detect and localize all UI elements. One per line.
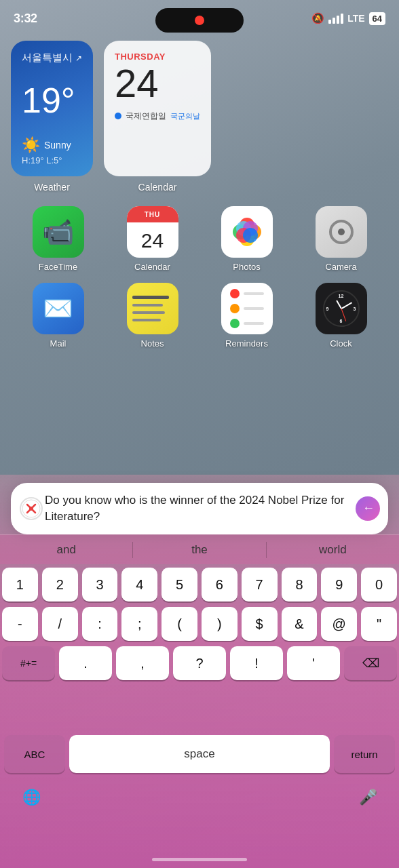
key-1[interactable]: 1 [2, 568, 38, 601]
key-at[interactable]: @ [321, 607, 357, 641]
weather-widget-container: 서울특별시 ↗ 19° ☀️ Sunny H:19° L:5° Weather [11, 41, 93, 193]
camera-icon [316, 206, 367, 258]
symbol-row-2: #+= . , ? ! ' ⌫ [0, 644, 399, 682]
cal-day-name: THURSDAY [115, 52, 200, 62]
key-minus[interactable]: - [2, 607, 38, 641]
key-openparen[interactable]: ( [162, 607, 197, 641]
key-comma[interactable]: , [116, 646, 169, 680]
svg-point-7 [243, 228, 258, 243]
key-9[interactable]: 9 [321, 568, 357, 601]
key-5[interactable]: 5 [162, 568, 197, 601]
key-closeparen[interactable]: ) [202, 607, 238, 641]
mail-icon: ✉️ [33, 283, 84, 334]
key-4[interactable]: 4 [121, 568, 157, 601]
reminders-icon [221, 283, 273, 334]
globe-mic-row: 🌐 🎤 [0, 778, 399, 816]
app-row-1: 📹 FaceTime THU 24 Calendar [11, 206, 388, 272]
cal-date: 24 [115, 62, 200, 105]
key-period[interactable]: . [59, 646, 112, 680]
lte-label: LTE [347, 13, 364, 24]
space-row: ABC space return [0, 735, 399, 773]
calendar-widget-container: THURSDAY 24 국제연합일 국군의날 Calendar [104, 41, 211, 193]
status-time: 3:32 [14, 12, 37, 26]
app-label-calendar: Calendar [134, 262, 170, 272]
weather-condition: Sunny [44, 140, 71, 151]
app-label-clock: Clock [330, 338, 352, 349]
app-item-mail[interactable]: ✉️ Mail [21, 283, 96, 349]
app-item-facetime[interactable]: 📹 FaceTime [21, 206, 96, 272]
predictive-word-1[interactable]: and [0, 543, 132, 557]
input-box: Do you know who is the winner of the 202… [11, 483, 388, 534]
symbol-row-1: - / : ; ( ) $ & @ " [0, 605, 399, 643]
app-label-facetime: FaceTime [39, 262, 77, 272]
weather-arrow: ↗ [75, 54, 82, 63]
key-3[interactable]: 3 [82, 568, 118, 601]
key-2[interactable]: 2 [42, 568, 78, 601]
status-bar: 3:32 🔕 LTE 64 [0, 0, 399, 37]
signal-bars [328, 14, 343, 24]
key-apostrophe[interactable]: ' [287, 646, 340, 680]
notes-icon [127, 283, 178, 334]
ai-icon-svg [22, 499, 41, 518]
key-space[interactable]: space [69, 735, 330, 773]
key-7[interactable]: 7 [242, 568, 278, 601]
app-item-notes[interactable]: Notes [115, 283, 190, 349]
app-item-calendar[interactable]: THU 24 Calendar [115, 206, 190, 272]
predictive-bar: and the world [0, 534, 399, 564]
key-6[interactable]: 6 [202, 568, 238, 601]
key-hashtag[interactable]: #+= [2, 646, 55, 680]
calendar-widget[interactable]: THURSDAY 24 국제연합일 국군의날 [104, 41, 211, 176]
key-colon[interactable]: : [82, 607, 118, 641]
app-item-reminders[interactable]: Reminders [210, 283, 284, 349]
predictive-word-3[interactable]: world [267, 543, 399, 557]
copilot-icon-container [19, 496, 43, 521]
cal-icon-number: 24 [141, 229, 164, 252]
weather-city: 서울특별시 [22, 52, 73, 64]
weather-label: Weather [11, 182, 93, 193]
app-label-notes: Notes [141, 338, 164, 349]
battery-indicator: 64 [369, 12, 385, 25]
weather-range: H:19° L:5° [22, 155, 82, 165]
mic-icon[interactable]: 🎤 [350, 783, 385, 812]
globe-icon[interactable]: 🌐 [14, 783, 49, 812]
app-row-2: ✉️ Mail Notes [11, 283, 388, 349]
sun-icon: ☀️ [22, 136, 40, 154]
weather-temp: 19° [22, 83, 82, 118]
calendar-label: Calendar [104, 182, 211, 193]
svg-point-9 [29, 507, 33, 511]
weather-icon-row: ☀️ Sunny [22, 136, 82, 154]
key-dollar[interactable]: $ [242, 607, 278, 641]
key-return[interactable]: return [334, 735, 395, 773]
home-indicator [152, 858, 247, 861]
key-slash[interactable]: / [42, 607, 78, 641]
copilot-icon [20, 497, 43, 520]
bell-icon: 🔕 [311, 12, 324, 24]
app-item-clock[interactable]: 12 3 6 9 Clock [304, 283, 379, 349]
weather-widget[interactable]: 서울특별시 ↗ 19° ☀️ Sunny H:19° L:5° [11, 41, 93, 176]
key-quote[interactable]: " [361, 607, 397, 641]
key-semicolon[interactable]: ; [121, 607, 157, 641]
photos-svg [229, 214, 265, 250]
send-button[interactable]: ↑ [356, 496, 380, 521]
key-ampersand[interactable]: & [282, 607, 318, 641]
home-content: 서울특별시 ↗ 19° ☀️ Sunny H:19° L:5° Weather … [0, 41, 399, 355]
app-item-photos[interactable]: Photos [210, 206, 284, 272]
status-icons: 🔕 LTE 64 [311, 12, 385, 25]
predictive-word-2[interactable]: the [133, 543, 265, 557]
cal-event-dot [115, 113, 121, 119]
key-0[interactable]: 0 [361, 568, 397, 601]
key-8[interactable]: 8 [282, 568, 318, 601]
send-arrow-icon: ↑ [361, 505, 375, 511]
cal-event-row: 국제연합일 국군의날 [115, 111, 200, 122]
app-item-camera[interactable]: Camera [304, 206, 379, 272]
app-label-reminders: Reminders [225, 338, 268, 349]
number-row: 1 2 3 4 5 6 7 8 9 0 [0, 566, 399, 604]
key-question[interactable]: ? [173, 646, 226, 680]
key-backspace[interactable]: ⌫ [344, 646, 397, 680]
key-abc[interactable]: ABC [4, 735, 65, 773]
key-exclaim[interactable]: ! [230, 646, 283, 680]
input-text[interactable]: Do you know who is the winner of the 202… [45, 492, 354, 525]
calendar-app-icon: THU 24 [127, 206, 178, 258]
cal-event-text: 국제연합일 [126, 111, 166, 122]
facetime-icon: 📹 [33, 206, 84, 258]
